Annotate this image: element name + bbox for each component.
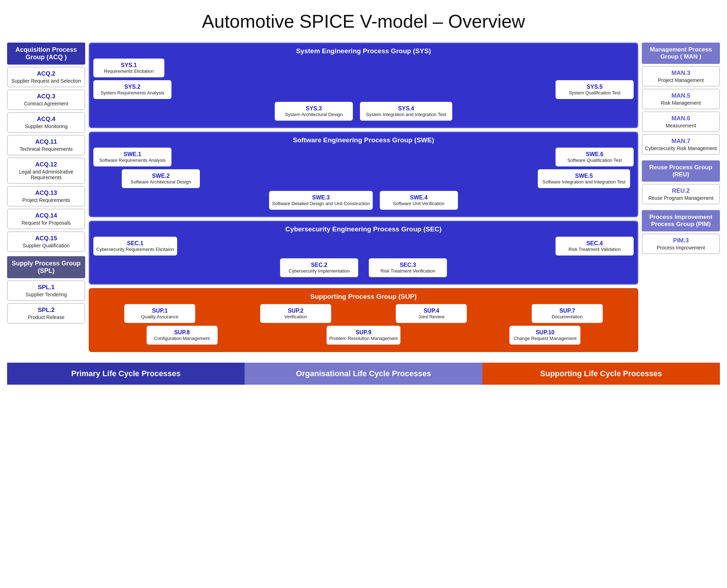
center-column: System Engineering Process Group (SYS) S…	[89, 43, 638, 352]
legend-organisational: Organisational Life Cycle Processes	[245, 363, 482, 385]
sys1-card: SYS.1 Requirements Elicitation	[93, 59, 164, 77]
swe-row1: SWE.1 Software Requirements Analysis SWE…	[93, 148, 634, 166]
sys-group-title: System Engineering Process Group (SYS)	[93, 47, 634, 55]
left-column: Acquisition Process Group (ACQ ) ACQ.2 S…	[7, 43, 85, 324]
man3-card: MAN.3 Project Management	[642, 66, 720, 87]
acq13-card: ACQ.13 Project Requirements	[7, 186, 85, 207]
pim3-card: PIM.3 Process Improvement	[642, 233, 720, 254]
man7-card: MAN.7 Cybersecurity Risk Management	[642, 134, 720, 155]
swe-group-title: Software Engineering Process Group (SWE)	[93, 136, 634, 144]
acq11-card: ACQ.11 Technical Requirements	[7, 135, 85, 155]
legend-primary: Primary Life Cycle Processes	[7, 363, 245, 385]
sec-group: Cybersecurity Engineering Process Group …	[89, 221, 638, 285]
man5-card: MAN.5 Risk Management	[642, 89, 720, 109]
sec3-card: SEC.3 Risk Treatment Verification	[369, 258, 447, 277]
reu2-card: REU.2 Reuse Program Management	[642, 184, 720, 204]
sup4-card: SUP.4 Joint Review	[396, 304, 467, 323]
acq2-card: ACQ.2 Supplier Request and Selection	[7, 67, 85, 87]
spl1-card: SPL.1 Supplier Tendering	[7, 280, 85, 301]
sys-row2: SYS.2 System Requirements Analysis SYS.5…	[93, 80, 634, 99]
swe1-card: SWE.1 Software Requirements Analysis	[93, 148, 171, 166]
sup8-card: SUP.8 Configuration Management	[147, 326, 218, 345]
swe2-card: SWE.2 Software Architectural Design	[122, 169, 200, 188]
sec4-card: SEC.4 Risk Treatment Validation	[556, 237, 634, 255]
man6-card: MAN.6 Measurement	[642, 111, 720, 132]
sec-group-title: Cybersecurity Engineering Process Group …	[93, 225, 634, 233]
sec2-card: SEC.2 Cybersecurity Implementation	[280, 258, 358, 277]
swe4-card: SWE.4 Software Unit Verification	[380, 191, 458, 210]
sys-row1: SYS.1 Requirements Elicitation	[93, 59, 634, 77]
acq3-card: ACQ.3 Contract Agreement	[7, 89, 85, 110]
sup1-card: SUP.1 Quality Assurance	[124, 304, 195, 323]
spl-group-header: Supply Process Group (SPL)	[7, 256, 85, 278]
right-column: Management Process Group ( MAN ) MAN.3 P…	[642, 43, 720, 254]
acq12-card: ACQ.12 Legal and Administrative Requirem…	[7, 158, 85, 184]
sup7-card: SUP.7 Documentation	[532, 304, 603, 323]
acq15-card: ACQ.15 Supplier Qualification	[7, 231, 85, 252]
sup9-card: SUP.9 Problem Resolution Management	[327, 326, 401, 345]
sup-group: Supporting Process Group (SUP) SUP.1 Qua…	[89, 288, 638, 352]
man-group-header: Management Process Group ( MAN )	[642, 43, 720, 64]
sys5-card: SYS.5 System Qualification Test	[556, 80, 634, 99]
pim-group-header: Process Improvement Process Group (PIM)	[642, 210, 720, 231]
sys3-card: SYS.3 System Architectural Design	[275, 102, 353, 121]
reu-group-header: Reuse Process Group (REU)	[642, 160, 720, 182]
spl2-card: SPL.2 Product Release	[7, 303, 85, 324]
sys4-card: SYS.4 System Integration and Integration…	[360, 102, 452, 121]
acq4-card: ACQ.4 Supplier Monitoring	[7, 112, 85, 133]
swe-row3: SWE.3 Software Detailed Design and Unit …	[93, 191, 634, 210]
swe6-card: SWE.6 Software Qualification Test	[556, 148, 634, 166]
sec-row1: SEC.1 Cybersecurity Requirements Elicita…	[93, 237, 634, 255]
sup-group-title: Supporting Process Group (SUP)	[93, 293, 634, 301]
sec1-card: SEC.1 Cybersecurity Requirements Elicita…	[93, 237, 177, 255]
swe-row2: SWE.2 Software Architectural Design SWE.…	[93, 169, 634, 188]
sys2-card: SYS.2 System Requirements Analysis	[93, 80, 171, 99]
sys-group: System Engineering Process Group (SYS) S…	[89, 43, 638, 128]
legend: Primary Life Cycle Processes Organisatio…	[7, 363, 720, 385]
sys-row3: SYS.3 System Architectural Design SYS.4 …	[93, 102, 634, 121]
sup-row1: SUP.1 Quality Assurance SUP.2 Verificati…	[93, 304, 634, 323]
page-title: Automotive SPICE V-model – Overview	[7, 11, 720, 32]
legend-supporting: Supporting Life Cycle Processes	[482, 363, 720, 385]
acq-group-header: Acquisition Process Group (ACQ )	[7, 43, 85, 65]
swe5-card: SWE.5 Software Integration and Integrati…	[538, 169, 630, 188]
main-layout: Acquisition Process Group (ACQ ) ACQ.2 S…	[7, 43, 720, 352]
sup2-card: SUP.2 Verification	[260, 304, 331, 323]
swe3-card: SWE.3 Software Detailed Design and Unit …	[269, 191, 372, 210]
sup-row2: SUP.8 Configuration Management SUP.9 Pro…	[93, 326, 634, 345]
acq14-card: ACQ.14 Request for Proposals	[7, 209, 85, 229]
swe-group: Software Engineering Process Group (SWE)…	[89, 132, 638, 217]
sup10-card: SUP.10 Change Request Management	[509, 326, 580, 345]
sec-row2: SEC.2 Cybersecurity Implementation SEC.3…	[93, 258, 634, 277]
